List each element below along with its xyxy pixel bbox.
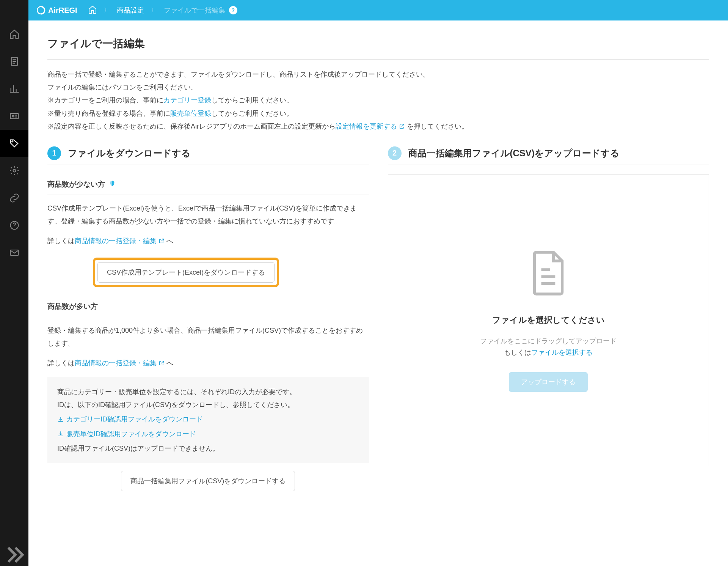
info-line: ID確認用ファイル(CSV)はアップロードできません。 bbox=[57, 442, 359, 455]
section-few-products: 商品数が少ない方 bbox=[47, 174, 369, 195]
breadcrumb-home[interactable] bbox=[88, 5, 97, 16]
download-csv-button[interactable]: 商品一括編集用ファイル(CSV)をダウンロードする bbox=[121, 471, 295, 491]
column-download: 1 ファイルをダウンロードする 商品数が少ない方 CSV作成用テンプレート(Ex… bbox=[47, 146, 369, 491]
external-link-icon bbox=[158, 238, 165, 244]
highlighted-button-frame: CSV作成用テンプレート(Excel)をダウンロードする bbox=[93, 258, 279, 287]
nav-receipt[interactable] bbox=[0, 48, 28, 75]
step-title-1: ファイルをダウンロードする bbox=[68, 147, 191, 159]
many-detail: 詳しくは商品情報の一括登録・編集 へ bbox=[47, 357, 369, 369]
nav-home[interactable] bbox=[0, 20, 28, 48]
intro-line: ※量り売り商品を登録する場合、事前に販売単位登録してからご利用ください。 bbox=[47, 107, 709, 120]
external-link-icon bbox=[158, 360, 165, 366]
nav-tag[interactable] bbox=[0, 130, 28, 157]
chevron-right-icon: 〉 bbox=[104, 6, 110, 14]
few-body: CSV作成用テンプレート(Excel)を使うと、Excelで商品一括編集用ファイ… bbox=[47, 202, 369, 228]
gear-icon bbox=[9, 165, 20, 176]
link-icon bbox=[9, 193, 20, 203]
sidebar bbox=[0, 0, 28, 566]
download-icon bbox=[57, 431, 64, 437]
intro-line: ファイルの編集にはパソコンをご利用ください。 bbox=[47, 81, 709, 94]
nav-mail[interactable] bbox=[0, 239, 28, 266]
link-bulk-edit-help-1[interactable]: 商品情報の一括登録・編集 bbox=[75, 237, 165, 245]
info-line: IDは、以下のID確認用ファイル(CSV)をダウンロードし、参照してください。 bbox=[57, 398, 359, 411]
nav-analytics[interactable] bbox=[0, 75, 28, 102]
breadcrumb-current: ファイルで一括編集 bbox=[164, 6, 225, 15]
brand-text: AirREGI bbox=[48, 6, 77, 15]
download-unit-id-link[interactable]: 販売単位ID確認用ファイルをダウンロード bbox=[57, 428, 359, 440]
file-select-link[interactable]: ファイルを選択する bbox=[531, 349, 593, 356]
receipt-icon bbox=[9, 56, 20, 67]
intro-line: ※設定内容を正しく反映させるために、保存後Airレジアプリのホーム画面左上の設定… bbox=[47, 120, 709, 133]
download-category-id-link[interactable]: カテゴリーID確認用ファイルをダウンロード bbox=[57, 413, 359, 426]
logo-icon bbox=[36, 5, 46, 15]
link-update-settings[interactable]: 設定情報を更新する bbox=[336, 123, 405, 130]
few-detail: 詳しくは商品情報の一括登録・編集 へ bbox=[47, 234, 369, 247]
svg-point-4 bbox=[13, 170, 16, 172]
many-body: 登録・編集する商品が1,000件より多い場合、商品一括編集用ファイル(CSV)で… bbox=[47, 324, 369, 350]
shield-icon bbox=[109, 180, 116, 189]
nav-link[interactable] bbox=[0, 184, 28, 212]
upload-or: もしくはファイルを選択する bbox=[504, 348, 593, 357]
nav-id[interactable] bbox=[0, 102, 28, 130]
upload-hint: ファイルをここにドラッグしてアップロード bbox=[480, 336, 617, 346]
breadcrumb-products[interactable]: 商品設定 bbox=[117, 6, 144, 15]
column-upload: 2 商品一括編集用ファイル(CSV)をアップロードする ファイルを選択してくださ… bbox=[388, 146, 709, 491]
breadcrumb: 〉 商品設定 〉 ファイルで一括編集 ? bbox=[88, 5, 237, 16]
step-number-1: 1 bbox=[47, 146, 61, 160]
link-category-register[interactable]: カテゴリー登録 bbox=[163, 96, 211, 104]
download-icon bbox=[57, 416, 64, 423]
section-many-products: 商品数が多い方 bbox=[47, 296, 369, 317]
chevron-right-icon: 〉 bbox=[151, 6, 157, 14]
file-icon bbox=[527, 248, 569, 299]
help-button[interactable]: ? bbox=[229, 6, 237, 14]
nav-settings[interactable] bbox=[0, 157, 28, 184]
upload-title: ファイルを選択してください bbox=[492, 314, 605, 326]
svg-point-2 bbox=[12, 115, 14, 117]
step-number-2: 2 bbox=[388, 146, 402, 160]
info-line: 商品にカテゴリー・販売単位を設定するには、それぞれIDの入力が必要です。 bbox=[57, 385, 359, 398]
page-title: ファイルで一括編集 bbox=[47, 36, 709, 51]
upload-button[interactable]: アップロードする bbox=[509, 372, 588, 392]
step-title-2: 商品一括編集用ファイル(CSV)をアップロードする bbox=[408, 147, 620, 159]
home-icon bbox=[88, 5, 97, 14]
divider bbox=[47, 59, 709, 60]
upload-dropzone[interactable]: ファイルを選択してください ファイルをここにドラッグしてアップロード もしくはフ… bbox=[388, 174, 709, 466]
sidebar-expand[interactable] bbox=[0, 543, 28, 566]
brand-logo[interactable]: AirREGI bbox=[36, 5, 77, 15]
intro-text: 商品を一括で登録・編集することができます。ファイルをダウンロードし、商品リストを… bbox=[47, 68, 709, 133]
question-circle-icon bbox=[9, 220, 20, 231]
external-link-icon bbox=[399, 123, 405, 129]
id-info-box: 商品にカテゴリー・販売単位を設定するには、それぞれIDの入力が必要です。 IDは… bbox=[47, 377, 369, 463]
mail-icon bbox=[9, 247, 20, 258]
topbar: AirREGI 〉 商品設定 〉 ファイルで一括編集 ? bbox=[28, 0, 728, 20]
download-excel-template-button[interactable]: CSV作成用テンプレート(Excel)をダウンロードする bbox=[97, 262, 275, 283]
chevron-double-right-icon bbox=[0, 541, 28, 566]
intro-line: ※カテゴリーをご利用の場合、事前にカテゴリー登録してからご利用ください。 bbox=[47, 94, 709, 107]
svg-rect-1 bbox=[10, 113, 18, 119]
id-card-icon bbox=[9, 111, 20, 121]
bar-chart-icon bbox=[9, 83, 20, 94]
svg-point-3 bbox=[12, 141, 13, 142]
link-unit-register[interactable]: 販売単位登録 bbox=[170, 110, 211, 117]
intro-line: 商品を一括で登録・編集することができます。ファイルをダウンロードし、商品リストを… bbox=[47, 68, 709, 81]
home-icon bbox=[9, 29, 20, 39]
nav-help[interactable] bbox=[0, 212, 28, 239]
link-bulk-edit-help-2[interactable]: 商品情報の一括登録・編集 bbox=[75, 359, 165, 367]
tag-icon bbox=[9, 138, 20, 149]
